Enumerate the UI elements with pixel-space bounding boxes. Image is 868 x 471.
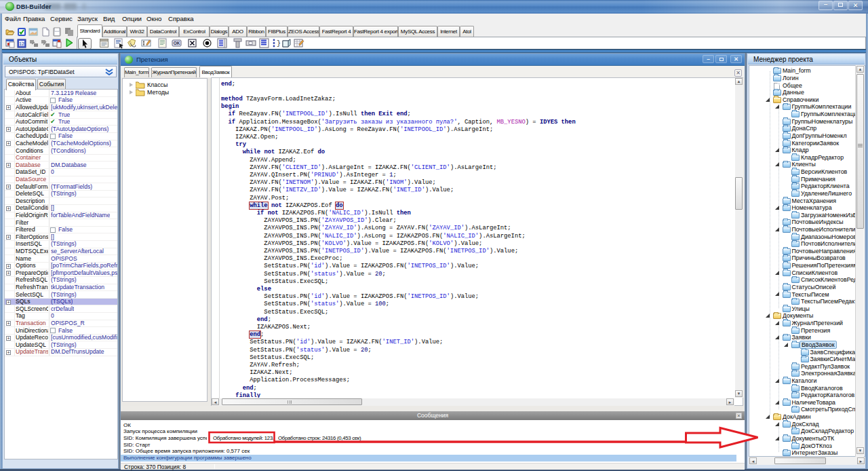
svg-text:OK: OK (174, 41, 180, 45)
svg-text:12: 12 (19, 41, 24, 46)
svg-text:}: } (277, 40, 281, 48)
